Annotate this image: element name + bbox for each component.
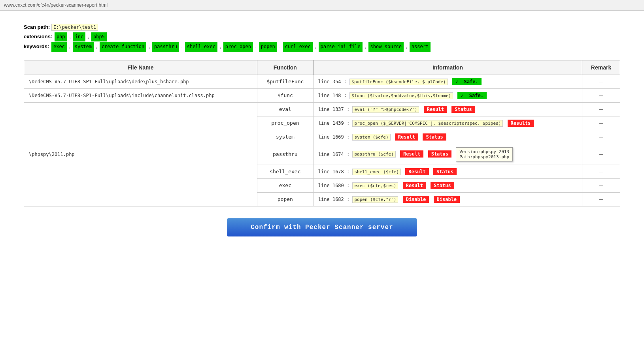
ext-badge-inc: inc <box>73 32 85 42</box>
badge-red-proc-open-1: Results <box>508 120 534 127</box>
kw-curl-exec: curl_exec <box>283 42 313 52</box>
results-table: File Name Function Information Remark \D… <box>24 60 620 206</box>
func-passthru: passthru <box>257 144 313 165</box>
kw-system: system <box>73 42 94 52</box>
func-popen: popen <box>257 192 313 206</box>
func-2: $func <box>257 88 313 102</box>
badge-red-exec-1: Result <box>403 182 426 189</box>
keywords-label: keywords: <box>24 43 49 49</box>
tooltip-phpspy: Version:phpspy 2013Path:phpspy2013.php <box>456 147 513 161</box>
badge-red-popen-1: Disable <box>403 196 429 203</box>
file-name-2: \DedeCMS-V5.7-UTF8-SP1-Full\uploads\incl… <box>24 88 257 102</box>
remark-proc-open: – <box>582 116 620 130</box>
ext-badge-php: php <box>55 32 67 42</box>
badge-red-shell-2: Status <box>433 168 457 175</box>
badge-red-popen-2: Disable <box>434 196 460 203</box>
badge-red-eval-1: Result <box>424 106 447 113</box>
col-header-remark: Remark <box>582 60 620 75</box>
ext-badge-php5: php5 <box>91 32 107 42</box>
scan-path-value: E:\pecker\test1 <box>51 24 98 31</box>
kw-create-function: create_function <box>100 42 146 52</box>
info-system: line 1669 : system ($cfe) Result Status <box>313 130 582 144</box>
file-name-3: \phpspy\2011.php <box>24 102 257 206</box>
info-proc-open: line 1439 : proc_open ($_SERVER['COMSPEC… <box>313 116 582 130</box>
kw-assert: assert <box>410 42 431 52</box>
func-shell-exec: shell_exec <box>257 165 313 178</box>
kw-exec: exec <box>51 42 67 52</box>
col-header-information: Information <box>313 60 582 75</box>
badge-safe-1: ✓ Safe. <box>452 78 482 85</box>
remark-1: – <box>582 75 620 88</box>
badge-red-exec-2: Status <box>431 182 454 189</box>
remark-passthru: – <box>582 144 620 165</box>
file-name-1: \DedeCMS-V5.7-UTF8-SP1-Full\uploads\dede… <box>24 75 257 88</box>
info-2: line 148 : $func ($fvalue,$addvalue,$thi… <box>313 88 582 102</box>
badge-red-system-2: Status <box>423 133 446 141</box>
table-row: \phpspy\2011.php eval line 1337 : eval (… <box>24 102 620 116</box>
info-exec: line 1680 : exec ($cfe,$res) Result Stat… <box>313 178 582 192</box>
remark-shell-exec: – <box>582 165 620 178</box>
extensions-row: extensions: php , inc , php5 <box>24 32 620 42</box>
func-proc-open: proc_open <box>257 116 313 130</box>
kw-show-source: show_source <box>368 42 404 52</box>
remark-system: – <box>582 130 620 144</box>
badge-red-shell-1: Result <box>405 168 429 175</box>
confirm-button[interactable]: Confirm with Pecker Scanner server <box>227 218 417 236</box>
info-eval: line 1337 : eval ("?" ">$phpcode<?") Res… <box>313 102 582 116</box>
scan-path-label: Scan path: <box>24 24 50 30</box>
info-passthru: line 1674 : passthru ($cfe) Result Statu… <box>313 144 582 165</box>
kw-popen: popen <box>259 42 277 52</box>
browser-url-bar: www.cnxct.com/cfc4n/pecker-scanner-repor… <box>0 0 644 11</box>
kw-passthru: passthru <box>152 42 179 52</box>
remark-2: – <box>582 88 620 102</box>
badge-red-system-1: Result <box>395 133 418 141</box>
remark-popen: – <box>582 192 620 206</box>
kw-proc-open: proc_open <box>223 42 253 52</box>
extensions-label: extensions: <box>24 34 52 39</box>
badge-red-passthru-2: Status <box>428 150 451 158</box>
func-1: $putfileFunc <box>257 75 313 88</box>
info-popen: line 1682 : popen ($cfe,"r") Disable Dis… <box>313 192 582 206</box>
badge-red-eval-2: Status <box>451 106 475 113</box>
scan-info: Scan path: E:\pecker\test1 extensions: p… <box>24 23 620 52</box>
table-row: \DedeCMS-V5.7-UTF8-SP1-Full\uploads\dede… <box>24 75 620 88</box>
badge-safe-2: ✓ Safe. <box>457 92 487 99</box>
kw-parse-ini-file: parse_ini_file <box>319 42 363 52</box>
remark-exec: – <box>582 178 620 192</box>
info-1: line 354 : $putfileFunc ($bscodeFile, $t… <box>313 75 582 88</box>
url-text: www.cnxct.com/cfc4n/pecker-scanner-repor… <box>4 2 108 8</box>
func-eval: eval <box>257 102 313 116</box>
col-header-function: Function <box>257 60 313 75</box>
info-shell-exec: line 1678 : shell_exec ($cfe) Result Sta… <box>313 165 582 178</box>
scan-path-row: Scan path: E:\pecker\test1 <box>24 23 620 32</box>
page-content: Scan path: E:\pecker\test1 extensions: p… <box>0 11 644 260</box>
func-system: system <box>257 130 313 144</box>
kw-shell-exec: shell_exec <box>185 42 217 52</box>
col-header-filename: File Name <box>24 60 257 75</box>
keywords-row: keywords: exec , system , create_functio… <box>24 42 620 52</box>
remark-3: – <box>582 102 620 116</box>
func-exec: exec <box>257 178 313 192</box>
badge-red-passthru-1: Result <box>400 150 423 158</box>
table-row: \DedeCMS-V5.7-UTF8-SP1-Full\uploads\incl… <box>24 88 620 102</box>
